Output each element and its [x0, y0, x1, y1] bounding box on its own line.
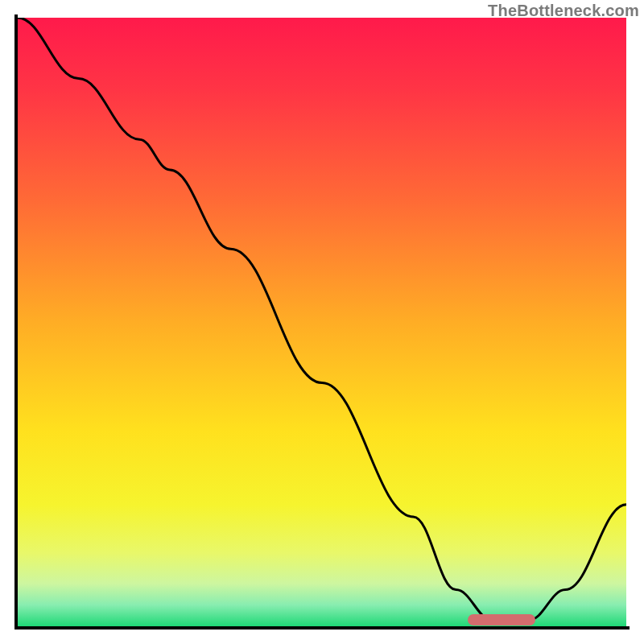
optimal-zone-marker	[468, 614, 535, 625]
chart-frame: TheBottleneck.com	[0, 0, 644, 644]
y-axis	[14, 14, 18, 630]
watermark-text: TheBottleneck.com	[488, 2, 639, 20]
x-axis	[14, 626, 630, 630]
plot-area	[18, 18, 626, 626]
bottleneck-curve	[18, 18, 626, 620]
curve-layer	[18, 18, 626, 626]
